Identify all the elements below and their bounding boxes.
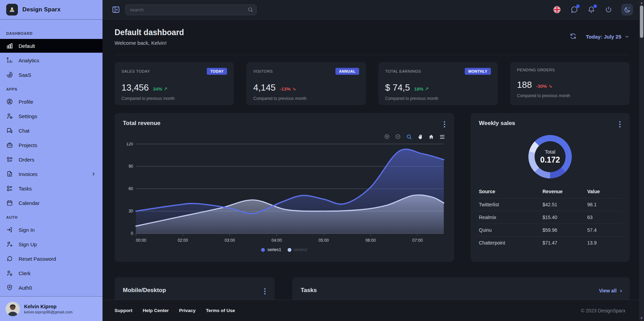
weekly-kebab-menu-icon[interactable]: [618, 120, 622, 129]
topbar: [103, 0, 639, 20]
table-header-row: SourceRevenueValue: [477, 186, 623, 198]
sidebar-item-clerk[interactable]: Clerk: [0, 266, 103, 280]
user-panel[interactable]: Kelvin Kiprop kelvin.kiprop96@gmail.com: [0, 296, 103, 321]
stat-value: 188: [517, 80, 532, 90]
trend-down-arrow-icon: ↘: [292, 86, 296, 92]
sidebar-item-label: Orders: [19, 157, 34, 163]
pan-icon[interactable]: [416, 133, 424, 141]
sidebar: Design Sparx DASHBOARDDefaultAnalyticsSa…: [0, 0, 103, 321]
stat-value: $ 74,5: [385, 82, 410, 93]
sidebar-item-sign-in[interactable]: Sign In: [0, 223, 103, 237]
chevron-right-icon: [91, 171, 96, 177]
footer-link-help-center[interactable]: Help Center: [143, 308, 169, 313]
user-cog-icon: [6, 113, 13, 120]
power-icon[interactable]: [604, 5, 613, 14]
donut-center-value: 0.172: [540, 155, 560, 165]
table-row: Quinu$59.9657.4: [477, 224, 623, 237]
sidebar-item-analytics[interactable]: Analytics: [0, 53, 103, 67]
brand[interactable]: Design Sparx: [0, 0, 103, 20]
sidebar-item-label: Clerk: [19, 270, 31, 276]
sidebar-item-label: Invoices: [19, 171, 37, 177]
stat-badge: MONTHLY: [465, 68, 491, 75]
sidebar-item-calendar[interactable]: Calendar: [0, 196, 103, 210]
sidebar-nav: DASHBOARDDefaultAnalyticsSaaSAPPSProfile…: [0, 20, 103, 294]
table-cell: 13.9: [586, 237, 623, 249]
sidebar-collapse-button[interactable]: [111, 4, 121, 15]
svg-text:03:00: 03:00: [225, 238, 235, 243]
messages-icon[interactable]: [570, 5, 579, 14]
column-header-source: Source: [477, 186, 541, 198]
sidebar-item-auth0[interactable]: Auth0: [0, 281, 103, 294]
mobile-kebab-menu-icon[interactable]: [263, 287, 267, 296]
user-plus-icon: [6, 241, 13, 248]
sidebar-item-projects[interactable]: Projects: [0, 138, 103, 152]
clerk-icon: [6, 270, 13, 277]
footer-link-support[interactable]: Support: [115, 308, 132, 313]
sidebar-item-settings[interactable]: Settings: [0, 109, 103, 123]
svg-text:120: 120: [126, 143, 133, 146]
sidebar-item-profile[interactable]: Profile: [0, 95, 103, 108]
sidebar-item-tasks[interactable]: Tasks: [0, 182, 103, 195]
zoom-out-icon[interactable]: [394, 133, 402, 141]
trend-up-arrow-icon: ↗: [425, 86, 429, 92]
saas-icon: [6, 71, 13, 78]
page-header: Default dashboard Welcome back, Kelvin! …: [115, 20, 630, 55]
sidebar-item-orders[interactable]: Orders: [0, 153, 103, 166]
sidebar-item-default[interactable]: Default: [0, 39, 103, 53]
sidebar-item-reset-password[interactable]: Reset Password: [0, 252, 103, 266]
theme-toggle-button[interactable]: [621, 4, 633, 15]
stat-value: 4,145: [253, 82, 276, 93]
sidebar-item-invoices[interactable]: Invoices: [0, 167, 103, 181]
sidebar-item-saas[interactable]: SaaS: [0, 68, 103, 82]
topbar-actions: [552, 4, 633, 15]
sidebar-item-label: Analytics: [19, 58, 39, 63]
legend-item-series1[interactable]: series1: [261, 247, 281, 252]
menu-icon[interactable]: [438, 133, 446, 141]
sidebar-item-label: Reset Password: [19, 256, 56, 262]
notifications-icon[interactable]: [587, 5, 596, 14]
stat-label: PENDING ORDERS: [517, 68, 555, 72]
scrollbar-thumb[interactable]: [640, 6, 643, 38]
stat-card-sales-today: SALES TODAY TODAY 13,456 34% ↗ Compared …: [115, 62, 234, 105]
footer-link-terms-of-use[interactable]: Terms of Use: [206, 308, 235, 313]
notifications-badge: [593, 4, 597, 8]
stats-row: SALES TODAY TODAY 13,456 34% ↗ Compared …: [115, 62, 630, 105]
search-input[interactable]: [125, 4, 257, 15]
sidebar-item-label: Sign Up: [19, 241, 37, 247]
trend-down-arrow-icon: ↘: [548, 84, 552, 89]
sidebar-item-label: Projects: [19, 142, 37, 148]
vertical-scrollbar[interactable]: ▲ ▼: [639, 0, 644, 321]
date-selector[interactable]: Today: July 25: [586, 34, 630, 40]
sidebar-item-sign-up[interactable]: Sign Up: [0, 237, 103, 251]
refresh-icon[interactable]: [569, 33, 577, 40]
language-flag-icon[interactable]: [552, 5, 561, 14]
scroll-up-arrow-icon[interactable]: ▲: [639, 1, 644, 4]
zoom-in-icon[interactable]: [383, 133, 391, 141]
table-cell: $15.40: [541, 211, 586, 224]
calendar-icon: [6, 199, 13, 206]
stat-card-visitors: VISITORS ANNUAL 4,145 -13% ↘ Compared to…: [246, 62, 366, 105]
user-email: kelvin.kiprop96@gmail.com: [24, 310, 73, 314]
svg-text:00:00: 00:00: [136, 238, 146, 243]
user-info: Kelvin Kiprop kelvin.kiprop96@gmail.com: [24, 304, 73, 314]
selection-zoom-icon[interactable]: [405, 133, 413, 141]
home-icon[interactable]: [427, 133, 435, 141]
scroll-down-arrow-icon[interactable]: ▼: [639, 317, 644, 320]
column-header-revenue: Revenue: [541, 186, 586, 198]
invoice-icon: [6, 170, 13, 177]
stat-value: 13,456: [121, 82, 149, 93]
revenue-kebab-menu-icon[interactable]: [442, 120, 447, 129]
footer-link-privacy[interactable]: Privacy: [179, 308, 196, 313]
nav-section-label-apps: APPS: [0, 87, 103, 91]
legend-item-series2[interactable]: series2: [288, 247, 308, 252]
table-cell: Chatterpoint: [477, 237, 541, 249]
stat-delta: -30% ↘: [536, 83, 552, 89]
sidebar-item-chat[interactable]: Chat: [0, 124, 103, 137]
view-all-button[interactable]: View all ›: [599, 288, 622, 293]
table-cell: Realmix: [477, 211, 541, 224]
nav-section-label-auth: AUTH: [0, 215, 103, 219]
briefcase-icon: [6, 142, 13, 148]
svg-text:0: 0: [131, 231, 133, 236]
weekly-panel-title: Weekly sales: [479, 120, 515, 127]
messages-badge: [576, 4, 580, 8]
